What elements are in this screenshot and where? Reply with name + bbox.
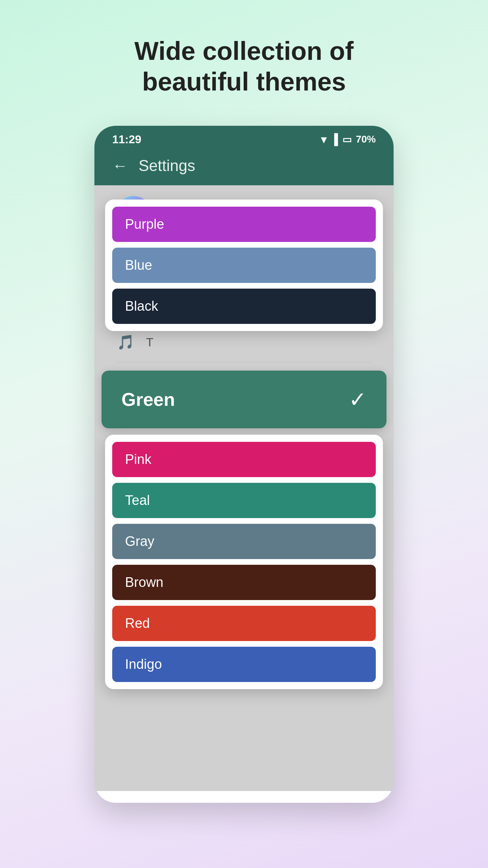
music-icon: 🎵 [116,332,135,352]
color-item-purple[interactable]: Purple [112,207,376,242]
color-item-red[interactable]: Red [112,606,376,641]
color-item-brown[interactable]: Brown [112,565,376,600]
phone-mockup: 11:29 ▾ ▐ ▭ 70% ← Settings 🔔 😊 [94,126,394,803]
phone-header: 11:29 ▾ ▐ ▭ 70% ← Settings [94,126,394,185]
bottom-dropdown-card: Pink Teal Gray Brown Red Indigo [105,435,383,689]
battery-percent: 70% [356,134,376,145]
signal-icon: ▐ [331,133,338,145]
wifi-icon: ▾ [321,133,326,146]
checkmark-icon: ✓ [349,387,367,412]
top-dropdown-card: Purple Blue Black [105,200,383,331]
color-item-black[interactable]: Black [112,289,376,324]
color-item-indigo[interactable]: Indigo [112,647,376,682]
app-bar-title: Settings [139,157,195,175]
color-item-pink[interactable]: Pink [112,442,376,477]
color-item-blue[interactable]: Blue [112,248,376,283]
status-bar: 11:29 ▾ ▐ ▭ 70% [112,126,376,150]
green-label: Green [121,389,175,410]
battery-icon: ▭ [342,134,352,145]
color-item-gray[interactable]: Gray [112,524,376,559]
app-bar: ← Settings [112,150,376,185]
settings-item-label3: T [146,335,154,349]
status-icons: ▾ ▐ ▭ 70% [321,133,376,146]
page-title: Wide collection of beautiful themes [134,36,353,97]
status-time: 11:29 [112,133,141,146]
back-button[interactable]: ← [112,157,128,175]
phone-body: 🔔 😊 🎵 T Purple Blue Black [94,185,394,791]
green-selected-item[interactable]: Green ✓ [102,371,386,428]
color-item-teal[interactable]: Teal [112,483,376,518]
